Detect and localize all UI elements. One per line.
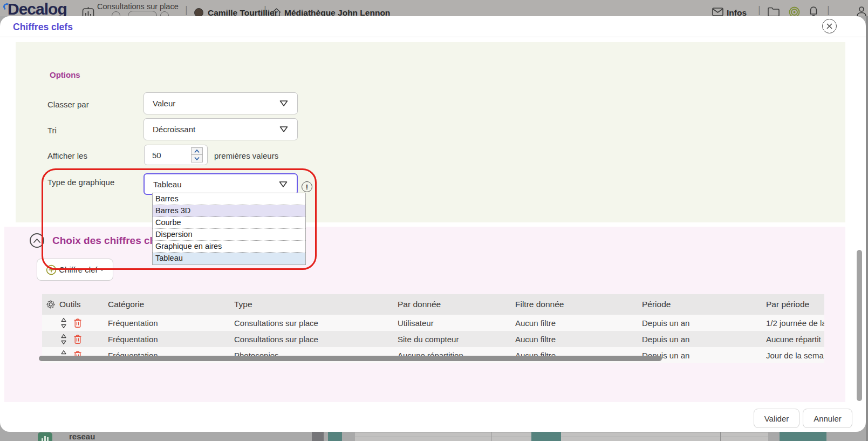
topbar-separator: |: [264, 4, 266, 16]
column-header: Filtre donnée: [515, 294, 642, 315]
folder-icon: [767, 7, 780, 17]
chiffres-clefs-modal: Chiffres clefs Options Classer par Valeu…: [0, 16, 866, 432]
cancel-button[interactable]: Annuler: [803, 409, 852, 428]
table-row: Fréquentation Consultations sur place Ut…: [42, 315, 824, 331]
chevron-down-icon: [278, 181, 288, 188]
cell-par-donnee: Site du compteur: [398, 331, 515, 347]
chevron-up-icon: [33, 238, 41, 243]
drag-handle-icon[interactable]: [60, 334, 67, 345]
options-section-title: Options: [50, 70, 80, 79]
column-header: Par donnée: [398, 294, 515, 315]
type-graphique-value: Tableau: [153, 180, 278, 189]
title-divider: [0, 37, 866, 37]
topbar-context-label: Consultations sur place: [97, 2, 179, 11]
table-header-row: Outils Catégorie Type Par donnée Filtre …: [42, 294, 824, 315]
dropdown-option-courbe[interactable]: Courbe: [153, 217, 305, 229]
warning-icon: !: [302, 181, 312, 192]
person-icon: [856, 5, 867, 17]
gear-icon[interactable]: [46, 300, 56, 309]
table-row: Fréquentation Consultations sur place Si…: [42, 331, 824, 347]
chart-widget-icon: [38, 432, 52, 441]
column-header: Catégorie: [108, 294, 234, 315]
field-label-type-graphique: Type de graphique: [47, 178, 114, 187]
add-button-label: Chiffre clef: [59, 265, 97, 274]
tri-select[interactable]: Décroissant: [143, 118, 298, 140]
bell-icon: [808, 6, 819, 17]
field-label-tri: Tri: [47, 126, 57, 135]
cell-filtre-donnee: Aucun filtre: [515, 315, 642, 331]
background-table: [355, 432, 768, 441]
column-header: Type: [234, 294, 398, 315]
trash-icon[interactable]: [73, 318, 82, 328]
dropdown-option-barres[interactable]: Barres: [153, 193, 305, 205]
background-right-strip: [866, 16, 868, 441]
topbar-separator: |: [185, 4, 188, 16]
cell-par-periode: Aucune répartit: [766, 331, 824, 347]
cell-par-donnee: Utilisateur: [398, 315, 515, 331]
quantity-stepper[interactable]: 50: [144, 145, 208, 165]
type-graphique-select[interactable]: Tableau: [143, 173, 298, 195]
tri-value: Décroissant: [153, 125, 279, 134]
dropdown-option-tableau[interactable]: Tableau: [153, 253, 305, 264]
background-block: [780, 432, 826, 441]
envelope-icon: [712, 8, 723, 16]
dropdown-option-barres-3d[interactable]: Barres 3D: [153, 205, 305, 217]
classer-par-select[interactable]: Valeur: [143, 92, 298, 114]
field-label-classer-par: Classer par: [47, 100, 89, 109]
options-panel: [16, 42, 845, 222]
field-suffix-premieres-valeurs: premières valeurs: [214, 151, 278, 160]
cell-periode: Depuis un an: [642, 331, 766, 347]
background-block: [312, 432, 324, 441]
type-graphique-dropdown-list: Barres Barres 3D Courbe Dispersion Graph…: [152, 193, 306, 265]
topbar-separator: |: [758, 4, 761, 16]
column-header: Outils: [59, 300, 81, 309]
collapse-section-button[interactable]: [30, 233, 44, 248]
background-topbar: Decalog Consultations sur place | Camill…: [0, 0, 868, 16]
cell-type: Consultations sur place: [234, 315, 398, 331]
spinner-down-icon: [194, 157, 200, 161]
cell-categorie: Fréquentation: [108, 331, 234, 347]
screen: Decalog Consultations sur place | Camill…: [0, 0, 868, 441]
column-header: Période: [642, 294, 766, 315]
drag-handle-icon[interactable]: [60, 317, 67, 329]
horizontal-scrollbar[interactable]: [39, 356, 662, 361]
close-button[interactable]: [822, 19, 837, 33]
chevron-down-icon: [279, 126, 289, 133]
dropdown-option-dispersion[interactable]: Dispersion: [153, 229, 305, 241]
cell-type: Consultations sur place: [234, 331, 398, 347]
chevron-down-icon: [279, 100, 289, 107]
vertical-scrollbar[interactable]: [857, 250, 862, 401]
cell-periode: Depuis un an: [642, 315, 766, 331]
modal-title: Chiffres clefs: [13, 22, 73, 33]
chiffres-table: Outils Catégorie Type Par donnée Filtre …: [42, 294, 824, 363]
spinner-up-button[interactable]: [191, 147, 203, 155]
column-header: Par période: [766, 294, 824, 315]
add-chiffre-clef-button[interactable]: Chiffre clef: [37, 259, 113, 281]
choix-section-title: Choix des chiffres clefs: [52, 235, 167, 247]
spinner-down-button[interactable]: [191, 155, 203, 162]
caret-down-icon: [100, 268, 104, 271]
quantity-value: 50: [152, 151, 191, 160]
cell-categorie: Fréquentation: [108, 315, 234, 331]
background-block: [328, 432, 342, 441]
background-bottom-strip: reseau: [0, 432, 868, 441]
background-reseau-label: reseau: [69, 432, 95, 441]
field-label-afficher-les: Afficher les: [47, 151, 87, 160]
topbar-separator: |: [827, 4, 830, 16]
cell-par-periode: 1/2 journée de la: [766, 315, 824, 331]
background-block: [531, 432, 561, 441]
classer-par-value: Valeur: [153, 99, 279, 108]
plus-icon: [46, 264, 57, 275]
trash-icon[interactable]: [73, 334, 82, 344]
dropdown-option-graphique-en-aires[interactable]: Graphique en aires: [153, 241, 305, 253]
cell-periode: Depuis un an: [642, 347, 766, 363]
close-icon: [826, 23, 833, 30]
spinner-up-icon: [194, 149, 200, 153]
cell-par-periode: Jour de la sema: [766, 347, 824, 363]
validate-button[interactable]: Valider: [754, 409, 799, 428]
app-logo: Decalog: [8, 0, 67, 18]
cell-filtre-donnee: Aucun filtre: [515, 331, 642, 347]
